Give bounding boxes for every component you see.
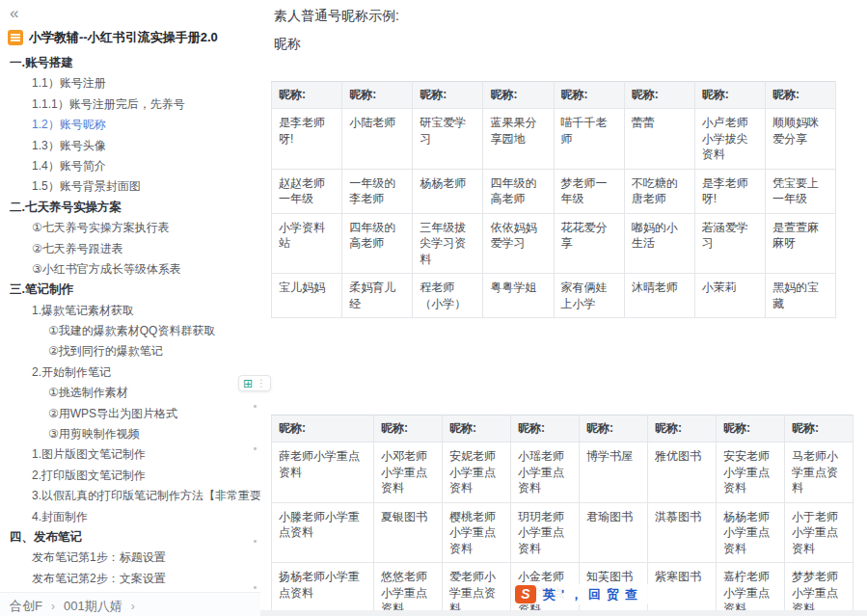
toc-item[interactable]: ①我建的爆款素材QQ资料群获取 xyxy=(0,321,260,341)
table-cell[interactable]: 是李老师呀! xyxy=(272,109,342,170)
table-cell[interactable]: 扬杨老师小学重点资料 xyxy=(272,563,374,616)
table-cell[interactable]: 程老师（小学） xyxy=(413,274,483,318)
table-cell[interactable]: 是萱萱麻麻呀 xyxy=(765,213,835,274)
table-cell[interactable]: 喵千千老师 xyxy=(554,109,624,170)
table-cell[interactable]: 淇慕图书 xyxy=(648,502,717,563)
toc-item[interactable]: 发布笔记第1步：标题设置 xyxy=(0,548,260,568)
table-cell[interactable]: 蓝果果分享园地 xyxy=(483,109,554,170)
table-cell[interactable]: 小瑶老师小学重点资料 xyxy=(511,442,580,503)
table-cell[interactable]: 梦老师一年级 xyxy=(554,169,624,213)
table-cell[interactable]: 蕾蕾 xyxy=(624,109,694,170)
column-header[interactable]: 昵称: xyxy=(694,82,765,109)
column-header[interactable]: 昵称: xyxy=(272,415,374,442)
column-header[interactable]: 昵称: xyxy=(483,82,554,109)
toc-item[interactable]: 4.封面制作 xyxy=(0,507,260,527)
column-header[interactable]: 昵称: xyxy=(580,415,648,442)
table-cell[interactable]: 雅优图书 xyxy=(648,442,717,503)
toc-item[interactable]: 四、发布笔记 xyxy=(0,527,260,548)
table-cell[interactable]: 花花爱分享 xyxy=(554,213,624,274)
table-cell[interactable]: 小滕老师小学重点资料 xyxy=(272,502,374,563)
table-cell[interactable]: 樱桃老师小学重点资料 xyxy=(443,502,511,563)
toc-item[interactable]: 1.3）账号头像 xyxy=(0,136,260,156)
table-cell[interactable]: 小邓老师小学重点资料 xyxy=(374,442,443,503)
toc-item-active[interactable]: 1.2）账号昵称 xyxy=(0,115,260,135)
column-header[interactable]: 昵称: xyxy=(374,415,443,442)
table-cell[interactable]: 玥玥老师小学重点资料 xyxy=(511,502,580,563)
toc-item[interactable]: ②找到同行的爆款笔记 xyxy=(0,341,260,362)
table-cell[interactable]: 嘉柠老师小学重点资料 xyxy=(717,563,785,616)
table-cell[interactable]: 夏银图书 xyxy=(374,502,443,563)
column-header[interactable]: 昵称: xyxy=(443,415,511,442)
table-cell[interactable]: 博学书屋 xyxy=(580,442,648,503)
table-cell[interactable]: 小学资料站 xyxy=(272,213,342,274)
column-header[interactable]: 昵称: xyxy=(272,82,342,109)
table-cell[interactable]: 爱老师小学重点资料 xyxy=(443,563,511,616)
column-header[interactable]: 昵称: xyxy=(785,415,853,442)
toc-item[interactable]: ①挑选制作素材 xyxy=(0,383,260,403)
sidebar-collapse-button[interactable]: « xyxy=(10,4,31,23)
toc-item[interactable]: 1.5）账号背景封面图 xyxy=(0,176,260,197)
toc-item[interactable]: 二.七天养号实操方案 xyxy=(0,198,260,218)
table-cell[interactable]: 安妮老师小学重点资料 xyxy=(443,442,511,503)
table-cell[interactable]: 若涵爱学习 xyxy=(694,213,765,274)
doc-title-row[interactable]: 小学教辅--小红书引流实操手册2.0 xyxy=(0,23,260,50)
breadcrumb-item[interactable]: 合创F xyxy=(10,598,42,615)
table-cell[interactable]: 小卢老师小学拔尖资料 xyxy=(694,109,765,170)
table-cell[interactable]: 紫寒图书 xyxy=(648,563,717,616)
column-header[interactable]: 昵称: xyxy=(765,82,835,109)
toc-item[interactable]: 1.图片版图文笔记制作 xyxy=(0,444,260,465)
breadcrumb-item[interactable]: 001期八婧 xyxy=(64,598,122,615)
toc-item[interactable]: 三.笔记制作 xyxy=(0,280,260,300)
table-cell[interactable]: 三年级拔尖学习资料 xyxy=(413,213,483,274)
drag-handle-icon[interactable]: ⋮ xyxy=(257,379,266,388)
table-cell[interactable]: 薛老师小学重点资料 xyxy=(272,442,374,503)
table-cell[interactable]: 依依妈妈爱学习 xyxy=(483,213,554,274)
column-header[interactable]: 昵称: xyxy=(342,82,413,109)
column-header[interactable]: 昵称: xyxy=(554,82,624,109)
table-cell[interactable]: 研宝爱学习 xyxy=(413,109,483,170)
table-cell[interactable]: 杨杨老师小学重点资料 xyxy=(717,502,785,563)
column-header[interactable]: 昵称: xyxy=(624,82,694,109)
toc-item[interactable]: ②用WPS导出为图片格式 xyxy=(0,404,260,424)
toc-item[interactable]: ③用剪映制作视频 xyxy=(0,424,260,444)
column-header[interactable]: 昵称: xyxy=(648,415,717,442)
table-cell[interactable]: 赵赵老师一年级 xyxy=(272,169,342,213)
toc-item[interactable]: 2.打印版图文笔记制作 xyxy=(0,466,260,486)
table-cell[interactable]: 粤粤学姐 xyxy=(483,274,554,318)
table-cell[interactable]: 凭宝要上一年级 xyxy=(765,169,835,213)
table-cell[interactable]: 顺顺妈咪爱分享 xyxy=(765,109,835,170)
table-cell[interactable]: 梦梦老师小学重点资料 xyxy=(785,563,853,616)
table-cell[interactable]: 柔妈育儿经 xyxy=(342,274,413,318)
toc-item[interactable]: 3.以假乱真的打印版笔记制作方法【非常重要】 xyxy=(0,486,260,506)
table-cell[interactable]: 家有俩娃上小学 xyxy=(554,274,624,318)
table-cell[interactable]: 君瑜图书 xyxy=(580,502,648,563)
table-cell[interactable]: 沐晴老师 xyxy=(624,274,694,318)
table-cell[interactable]: 安安老师小学重点资料 xyxy=(717,442,785,503)
toc-item[interactable]: ②七天养号跟进表 xyxy=(0,239,260,259)
table-cell[interactable]: 悠悠老师小学重点资料 xyxy=(374,563,443,616)
table-cell[interactable]: 一年级的李老师 xyxy=(342,169,413,213)
toc-item[interactable]: ①七天养号实操方案执行表 xyxy=(0,218,260,238)
table-cell[interactable]: 小陆老师 xyxy=(342,109,413,170)
column-header[interactable]: 昵称: xyxy=(717,415,785,442)
table-grid-icon[interactable]: ⊞ xyxy=(243,378,253,389)
table-cell[interactable]: 杨杨老师 xyxy=(413,169,483,213)
table-cell[interactable]: 不吃糖的唐老师 xyxy=(624,169,694,213)
table-cell[interactable]: 四年级的高老师 xyxy=(342,213,413,274)
toc-item[interactable]: 1.爆款笔记素材获取 xyxy=(0,301,260,321)
table-cell[interactable]: 是李老师呀! xyxy=(694,169,765,213)
table-cell[interactable]: 马老师小学重点资料 xyxy=(785,442,853,503)
column-header[interactable]: 昵称: xyxy=(511,415,580,442)
toc-item[interactable]: 一.账号搭建 xyxy=(0,53,260,73)
column-header[interactable]: 昵称: xyxy=(413,82,483,109)
toc-item[interactable]: 1.1.1）账号注册完后，先养号 xyxy=(0,94,260,115)
table-cell[interactable]: 小茉莉 xyxy=(694,274,765,318)
table-cell[interactable]: 宝儿妈妈 xyxy=(272,274,342,318)
table-cell[interactable]: 黑妈的宝藏 xyxy=(765,274,835,318)
toc-item[interactable]: ③小红书官方成长等级体系表 xyxy=(0,259,260,280)
table-cell[interactable]: 四年级的高老师 xyxy=(483,169,554,213)
table-cell[interactable]: 嘟妈的小生活 xyxy=(624,213,694,274)
table-toolbar[interactable]: ⊞ ⋮ xyxy=(238,375,271,391)
toc-item[interactable]: 1.1）账号注册 xyxy=(0,73,260,94)
toc-item[interactable]: 发布笔记第2步：文案设置 xyxy=(0,569,260,589)
